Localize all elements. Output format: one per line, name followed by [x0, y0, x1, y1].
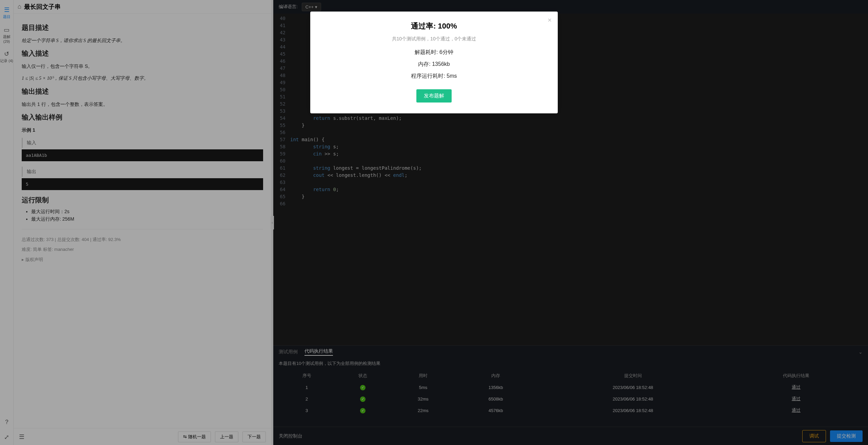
metric-memory: 内存: 1356kb — [321, 61, 547, 68]
publish-button[interactable]: 发布题解 — [416, 89, 452, 103]
modal-title: 通过率: 100% — [321, 21, 547, 31]
metric-solve-time: 解题耗时: 6分钟 — [321, 49, 547, 56]
metric-runtime: 程序运行耗时: 5ms — [321, 73, 547, 80]
result-modal: × 通过率: 100% 共10个测试用例，10个通过，0个未通过 解题耗时: 6… — [310, 12, 558, 113]
close-icon[interactable]: × — [548, 16, 552, 24]
modal-subtitle: 共10个测试用例，10个通过，0个未通过 — [321, 36, 547, 42]
modal-overlay[interactable]: × 通过率: 100% 共10个测试用例，10个通过，0个未通过 解题耗时: 6… — [0, 0, 868, 445]
